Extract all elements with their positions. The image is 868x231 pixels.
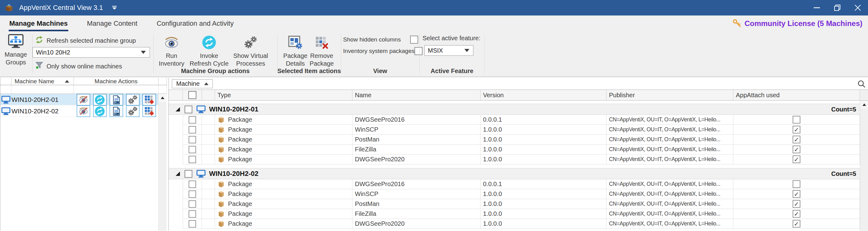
- row-checkbox[interactable]: [189, 146, 196, 153]
- packages-scrollbar[interactable]: [860, 101, 868, 231]
- group-header-row[interactable]: WIN10-20H2-01Count=5: [169, 104, 860, 115]
- run-inventory-action-button[interactable]: [76, 105, 90, 117]
- package-row[interactable]: PackageWinSCP1.0.0.0CN=AppVentiX, OU=IT,…: [169, 125, 868, 135]
- license-info[interactable]: Community License (5 Machines): [732, 18, 862, 29]
- group-checkbox[interactable]: [185, 106, 192, 113]
- expand-collapse-icon[interactable]: [176, 171, 180, 176]
- refresh-machine-group-button[interactable]: Refresh selected machine group: [35, 36, 136, 45]
- package-row[interactable]: PackageDWGSeePro20160.0.0.1CN=AppVentiX,…: [169, 179, 868, 189]
- close-button[interactable]: [847, 0, 868, 15]
- search-icon[interactable]: [857, 80, 866, 89]
- remove-packages-action-button[interactable]: [143, 105, 156, 117]
- package-row[interactable]: PackageDWGSeePro20160.0.0.1CN=AppVentiX,…: [169, 115, 868, 125]
- machine-icon-column-header[interactable]: [0, 78, 11, 85]
- publisher-column-header[interactable]: Publisher: [607, 89, 733, 101]
- row-checkbox[interactable]: [189, 156, 196, 163]
- appattach-cell: [733, 189, 860, 199]
- restore-button[interactable]: [827, 0, 847, 15]
- package-row[interactable]: PackageWinSCP1.0.0.0CN=AppVentiX, OU=IT,…: [169, 189, 868, 199]
- tab-manage-content[interactable]: Manage Content: [86, 17, 138, 29]
- appattach-cell: [733, 219, 860, 229]
- package-row[interactable]: PackageFileZilla1.0.0.0CN=AppVentiX, OU=…: [169, 145, 868, 155]
- package-report-action-button[interactable]: [110, 94, 123, 106]
- only-online-filter[interactable]: Only show online machines: [35, 61, 122, 71]
- appattach-checkbox[interactable]: [793, 155, 800, 163]
- machine-name-column-header[interactable]: Machine Name: [11, 78, 74, 85]
- active-feature-dropdown[interactable]: MSIX: [424, 45, 473, 56]
- appattach-checkbox[interactable]: [793, 146, 800, 153]
- sort-ascending-icon: [65, 80, 69, 83]
- appattach-checkbox[interactable]: [793, 180, 800, 188]
- scroll-up-button[interactable]: [860, 101, 868, 109]
- select-all-checkbox-cell: [183, 89, 202, 101]
- row-indicator-cell: [202, 189, 215, 199]
- row-checkbox[interactable]: [189, 200, 196, 208]
- appattach-checkbox[interactable]: [793, 126, 800, 133]
- publisher-cell: CN=AppVentiX, OU=IT, O=AppVentiX, L=Heil…: [607, 179, 733, 189]
- package-row[interactable]: PackageDWGSeePro20201.0.0.0CN=AppVentiX,…: [169, 219, 868, 229]
- remove-package-button[interactable]: Remove Package: [303, 34, 341, 68]
- package-report-action-button[interactable]: [110, 105, 123, 117]
- group-checkbox[interactable]: [185, 170, 192, 178]
- machine-name: WIN10-20H2-02: [11, 108, 74, 115]
- manage-groups-button[interactable]: Manage Groups: [1, 34, 30, 66]
- icon-column-header[interactable]: [202, 89, 215, 101]
- row-checkbox[interactable]: [189, 116, 196, 123]
- invoke-refresh-action-button[interactable]: [93, 94, 107, 106]
- package-row[interactable]: PackageDWGSeePro20201.0.0.0CN=AppVentiX,…: [169, 155, 868, 164]
- group-by-machine-chip[interactable]: Machine: [172, 79, 213, 88]
- show-hidden-columns-checkbox[interactable]: [410, 36, 418, 44]
- show-virtual-processes-button[interactable]: Show Virtual Processes: [227, 34, 274, 68]
- appattach-checkbox[interactable]: [793, 220, 800, 228]
- invoke-refresh-cycle-button[interactable]: Invoke Refresh Cycle: [188, 34, 230, 68]
- show-processes-action-button[interactable]: [126, 105, 140, 117]
- remove-packages-grid-icon: [144, 95, 154, 105]
- invoke-refresh-action-button[interactable]: [93, 105, 107, 117]
- name-column-header[interactable]: Name: [352, 89, 480, 101]
- row-checkbox[interactable]: [189, 210, 196, 218]
- machines-filter-row[interactable]: [0, 85, 166, 94]
- scroll-up-button[interactable]: [158, 94, 166, 102]
- package-row[interactable]: PackagePostMan1.0.0.0CN=AppVentiX, OU=IT…: [169, 199, 868, 209]
- appattach-checkbox[interactable]: [793, 200, 800, 208]
- machine-actions-column-header[interactable]: Machine Actions: [74, 78, 158, 85]
- package-row[interactable]: PackagePostMan1.0.0.0CN=AppVentiX, OU=IT…: [169, 135, 868, 145]
- version-cell: 1.0.0.0: [480, 219, 607, 229]
- appattach-column-header[interactable]: AppAttach used: [733, 89, 860, 101]
- title-chevron-icon[interactable]: [112, 6, 117, 10]
- run-inventory-button[interactable]: Run Inventory: [153, 34, 190, 68]
- appattach-checkbox[interactable]: [793, 116, 800, 123]
- appventix-window: AppVentiX Central View 3.1 Manage Machin…: [0, 0, 868, 231]
- package-box-icon: [217, 190, 225, 198]
- machine-group-dropdown[interactable]: Win10 20H2: [33, 47, 150, 57]
- version-column-header[interactable]: Version: [480, 89, 607, 101]
- tab-manage-machines[interactable]: Manage Machines: [9, 17, 68, 29]
- show-processes-action-button[interactable]: [126, 94, 140, 106]
- row-checkbox[interactable]: [189, 126, 196, 133]
- group-header-row[interactable]: WIN10-20H2-02Count=5: [169, 168, 860, 179]
- expand-collapse-icon[interactable]: [176, 107, 180, 112]
- row-checkbox[interactable]: [189, 190, 196, 198]
- run-inventory-action-button[interactable]: [76, 94, 90, 106]
- machine-row[interactable]: WIN10-20H2-02: [0, 105, 166, 117]
- remove-packages-action-button[interactable]: [143, 94, 156, 106]
- version-cell: 0.0.0.1: [480, 179, 607, 189]
- row-checkbox[interactable]: [189, 220, 196, 228]
- appattach-checkbox[interactable]: [793, 190, 800, 198]
- appattach-checkbox[interactable]: [793, 136, 800, 143]
- minimize-button[interactable]: [807, 0, 827, 15]
- publisher-cell: CN=AppVentiX, OU=IT, O=AppVentiX, L=Heil…: [607, 209, 733, 219]
- tab-configuration-activity[interactable]: Configuration and Activity: [156, 17, 234, 29]
- row-indent: [169, 179, 183, 189]
- version-cell: 1.0.0.0: [480, 199, 607, 209]
- appattach-checkbox[interactable]: [793, 210, 800, 218]
- inventory-system-packages-checkbox[interactable]: [414, 47, 423, 55]
- package-box-icon: [217, 125, 225, 134]
- select-all-checkbox[interactable]: [188, 91, 196, 99]
- machines-scrollbar[interactable]: [158, 94, 166, 231]
- package-row[interactable]: PackageFileZilla1.0.0.0CN=AppVentiX, OU=…: [169, 209, 868, 219]
- type-column-header[interactable]: Type: [215, 89, 352, 101]
- row-checkbox[interactable]: [189, 181, 196, 188]
- machine-row[interactable]: WIN10-20H2-01: [0, 94, 166, 105]
- row-checkbox[interactable]: [189, 136, 196, 143]
